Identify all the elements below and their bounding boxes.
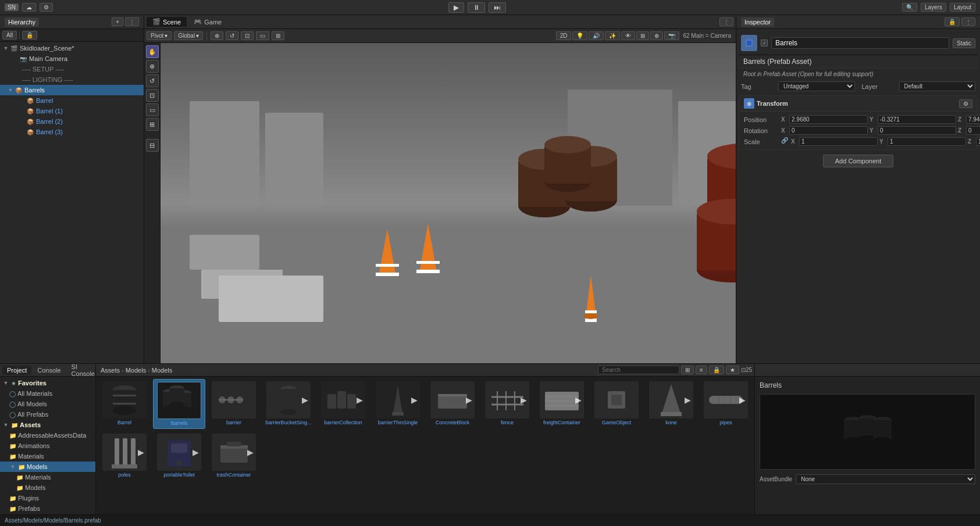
breadcrumb-assets[interactable]: Assets (101, 367, 120, 374)
asset-freight[interactable]: ▶ freightContainer (536, 379, 588, 429)
asset-barrier-collection[interactable]: ▶ barrierCollection (317, 379, 369, 429)
asset-list-view[interactable]: ≡ (696, 366, 707, 374)
tool-hand[interactable]: ✋ (146, 45, 159, 58)
asset-trash[interactable]: ▶ trashContainer (208, 431, 260, 480)
scene-light-btn[interactable]: 💡 (572, 31, 587, 40)
proj-item-animations[interactable]: 📁 Animations (0, 441, 95, 451)
tool-custom[interactable]: ⊟ (146, 139, 159, 152)
layout-button[interactable]: Layout (950, 3, 975, 12)
scene-audio-btn[interactable]: 🔊 (589, 31, 604, 40)
scale-y-input[interactable] (888, 137, 966, 146)
proj-item-plugins[interactable]: 📁 Plugins (0, 493, 95, 503)
transform-menu-btn[interactable]: ⚙ (959, 99, 972, 108)
asset-barrier[interactable]: barrier (208, 379, 260, 429)
tab-si-console[interactable]: SI Console (67, 362, 99, 378)
rot-x-input[interactable] (789, 126, 868, 135)
scale-x-input[interactable] (799, 137, 878, 146)
breadcrumb-models2[interactable]: Models (152, 367, 172, 374)
inspector-menu-btn[interactable]: ⋮ (961, 17, 975, 26)
tab-game[interactable]: 🎮 Game (188, 17, 227, 27)
tree-item-barrel3[interactable]: ▶ 📦 Barrel (3) (0, 127, 144, 137)
asset-barrier-bucket[interactable]: ▶ barrierBucketSing... (262, 379, 315, 429)
tool-rect-3d[interactable]: ▭ (146, 103, 159, 116)
hierarchy-lock-btn[interactable]: 🔒 (22, 31, 37, 40)
hierarchy-add-btn[interactable]: + (112, 17, 123, 26)
tree-item-scene[interactable]: ▼ 🎬 Skidloader_Scene* ⋮ (0, 43, 144, 53)
asset-barrier-thin[interactable]: ▶ barrierThinSingle (372, 379, 424, 429)
asset-toilet[interactable]: ▶ portableToilet (153, 431, 205, 480)
object-name-field[interactable] (771, 37, 949, 49)
tab-console[interactable]: Console (33, 366, 65, 375)
inspector-lock-btn[interactable]: 🔒 (945, 17, 960, 26)
scene-camera-btn[interactable]: 📷 (664, 31, 679, 40)
asset-barrels[interactable]: Barrels (153, 379, 205, 429)
tool-rotate-3d[interactable]: ↺ (146, 74, 159, 87)
proj-item-all-models[interactable]: ◯ All Models (0, 399, 95, 409)
hierarchy-menu-btn[interactable]: ⋮ (125, 17, 139, 26)
proj-item-all-mats[interactable]: ◯ All Materials (0, 388, 95, 399)
tree-item-lighting[interactable]: ▶ ---- LIGHTING ---- (0, 74, 144, 85)
tool-move-3d[interactable]: ⊕ (146, 60, 159, 73)
tree-item-camera[interactable]: ▶ 📷 Main Camera (0, 53, 144, 64)
proj-item-prefabs[interactable]: 📁 Prefabs (0, 503, 95, 514)
asset-search-input[interactable] (598, 366, 679, 374)
asset-gameobj[interactable]: GameObject (590, 379, 643, 429)
tab-scene[interactable]: 🎬 Scene (147, 17, 187, 27)
layer-select[interactable]: Default (899, 81, 976, 91)
active-checkbox[interactable]: ✓ (761, 40, 768, 46)
pos-z-input[interactable] (966, 115, 980, 124)
cloud-btn[interactable]: ☁ (22, 3, 36, 12)
scene-viewport[interactable]: ✋ ⊕ ↺ ⊡ ▭ ⊞ ⊟ (144, 43, 736, 363)
scale-lock-icon[interactable]: 🔗 (781, 137, 788, 146)
scene-hidden-btn[interactable]: 👁 (621, 31, 635, 40)
asset-lock-btn[interactable]: 🔒 (709, 366, 724, 374)
tool-rect[interactable]: ▭ (256, 31, 269, 40)
rot-y-input[interactable] (878, 126, 956, 135)
scene-fx-btn[interactable]: ✨ (605, 31, 620, 40)
tab-inspector[interactable]: Inspector (741, 17, 774, 27)
scene-2d-btn[interactable]: 2D (556, 31, 572, 40)
pos-y-input[interactable] (878, 115, 956, 124)
proj-item-all-prefabs[interactable]: ◯ All Prefabs (0, 409, 95, 420)
proj-item-models[interactable]: ▼ 📁 Models (0, 461, 95, 472)
tool-transform[interactable]: ⊞ (272, 31, 284, 40)
asset-kone[interactable]: ▶ kone (645, 379, 697, 429)
tree-item-barrel2[interactable]: ▶ 📦 Barrel (2) (0, 116, 144, 127)
proj-item-materials-root[interactable]: 📁 Materials (0, 451, 95, 461)
transform-header[interactable]: ⊕ Transform ⚙ (739, 96, 977, 112)
asset-barrel[interactable]: Barrel (98, 379, 151, 429)
all-label[interactable]: All (2, 31, 17, 40)
asset-pipes[interactable]: ▶ pipes (700, 379, 752, 429)
tool-free-3d[interactable]: ⊞ (146, 118, 159, 131)
tree-item-setup[interactable]: ▶ ---- SETUP ---- (0, 64, 144, 74)
tool-rotate[interactable]: ↺ (226, 31, 238, 40)
asset-poles[interactable]: ▶ poles (98, 431, 151, 480)
proj-item-assets[interactable]: ▼ 📁 Assets (0, 420, 95, 430)
tab-project[interactable]: Project (2, 366, 31, 375)
tool-scale-3d[interactable]: ⊡ (146, 89, 159, 102)
asset-fence[interactable]: ▶ fence (481, 379, 533, 429)
search-button[interactable]: 🔍 (902, 3, 917, 12)
layers-button[interactable]: Layers (921, 3, 946, 12)
add-component-button[interactable]: Add Component (823, 155, 894, 167)
rot-z-input[interactable] (966, 126, 980, 135)
asset-favorite-btn[interactable]: ★ (726, 366, 739, 374)
tree-item-barrel[interactable]: ▶ 📦 Barrel (0, 95, 144, 106)
scene-more-btn[interactable]: ⋮ (719, 17, 733, 26)
pause-button[interactable]: ⏸ (468, 2, 485, 13)
scene-gizmo-btn[interactable]: ⊕ (650, 31, 663, 40)
tool-scale[interactable]: ⊡ (241, 31, 254, 40)
assetbundle-select[interactable]: None (796, 474, 975, 484)
tree-item-barrels[interactable]: ▼ 📦 Barrels ⋮ (0, 85, 144, 95)
scene-3d-content[interactable]: + Z Y X Persp (161, 43, 736, 363)
proj-item-models-mats[interactable]: 📁 Materials (0, 472, 95, 482)
tool-move[interactable]: ⊕ (211, 31, 223, 40)
static-button[interactable]: Static (953, 38, 975, 48)
tree-item-barrel1[interactable]: ▶ 📦 Barrel (1) (0, 106, 144, 116)
asset-icon-view[interactable]: ⊞ (681, 366, 694, 374)
proj-item-models-models[interactable]: 📁 Models (0, 482, 95, 493)
tag-select[interactable]: Untagged (778, 81, 855, 91)
scene-grid-btn[interactable]: ⊞ (636, 31, 649, 40)
scale-z-input[interactable] (976, 137, 980, 146)
step-button[interactable]: ⏭ (489, 2, 506, 13)
